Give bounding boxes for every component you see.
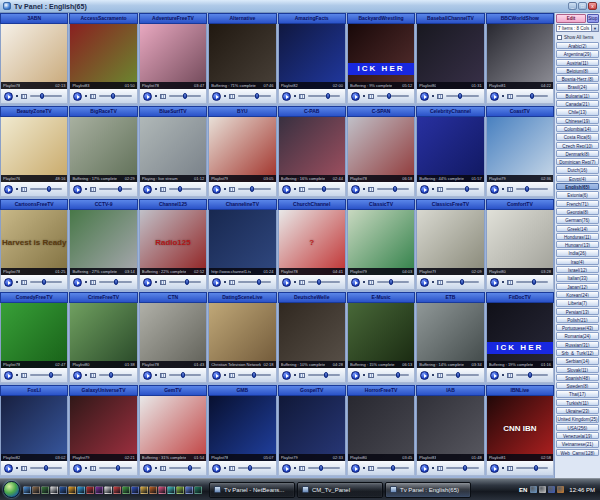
maximize-button[interactable]: □ bbox=[578, 2, 587, 10]
channel-video-thumbnail[interactable]: Buffering : 71% complete 07:46 bbox=[208, 24, 276, 89]
channel-video-thumbnail[interactable]: Buffering : 10% complete 04:28 bbox=[278, 303, 346, 368]
seek-slider-thumb[interactable] bbox=[255, 93, 259, 99]
play-button[interactable] bbox=[4, 371, 13, 380]
sidebar-country-item[interactable]: Egypt(4) bbox=[556, 175, 599, 182]
sidebar-country-item[interactable]: Argentina(29) bbox=[556, 50, 599, 57]
sidebar-country-item[interactable]: Slovak(11) bbox=[556, 366, 599, 373]
tray-status-icon[interactable] bbox=[548, 486, 555, 493]
play-button[interactable] bbox=[73, 371, 82, 380]
chevron-down-icon[interactable]: ▼ bbox=[591, 25, 598, 31]
quick-launch-icon[interactable] bbox=[194, 486, 202, 494]
channel-title[interactable]: BackyardWrestling bbox=[347, 13, 415, 24]
seek-slider-thumb[interactable] bbox=[456, 372, 460, 378]
sidebar-country-item[interactable]: Brasil(24) bbox=[556, 83, 599, 90]
channel-title[interactable]: C-PAB bbox=[278, 106, 346, 117]
play-button[interactable] bbox=[212, 92, 221, 101]
play-button[interactable] bbox=[4, 464, 13, 473]
seek-slider[interactable] bbox=[99, 95, 131, 97]
channel-video-thumbnail[interactable]: Buffering : 44% complete 01:57 bbox=[416, 117, 484, 182]
sidebar-country-item[interactable]: Iraq(4) bbox=[556, 258, 599, 265]
seek-slider-thumb[interactable] bbox=[525, 186, 529, 192]
seek-slider-thumb[interactable] bbox=[534, 465, 538, 471]
play-button[interactable] bbox=[73, 278, 82, 287]
channel-video-thumbnail[interactable]: Playlist80 01:38 bbox=[69, 303, 137, 368]
seek-slider[interactable] bbox=[516, 374, 548, 376]
play-button[interactable] bbox=[282, 464, 291, 473]
sidebar-country-item[interactable]: Bulgaria(11) bbox=[556, 92, 599, 99]
channel-title[interactable]: Channel125 bbox=[139, 199, 207, 210]
seek-slider-thumb[interactable] bbox=[44, 465, 48, 471]
volume-grid-icon[interactable] bbox=[368, 94, 374, 99]
volume-grid-icon[interactable] bbox=[507, 466, 513, 471]
seek-slider[interactable] bbox=[169, 188, 201, 190]
channel-video-thumbnail[interactable]: ? Playlist78 04:41 bbox=[278, 210, 346, 275]
channel-video-thumbnail[interactable]: Harvest is Ready Playlist78 01:25 bbox=[0, 210, 68, 275]
sidebar-country-item[interactable]: Canada(21) bbox=[556, 100, 599, 107]
quick-launch-icon[interactable] bbox=[158, 486, 166, 494]
seek-slider[interactable] bbox=[516, 467, 548, 469]
channel-title[interactable]: GMB bbox=[208, 385, 276, 396]
click-here-banner[interactable]: ICK HER bbox=[348, 63, 414, 75]
seek-slider[interactable] bbox=[308, 95, 340, 97]
play-button[interactable] bbox=[351, 92, 360, 101]
sidebar-country-item[interactable]: Dutch(16) bbox=[556, 166, 599, 173]
sidebar-country-item[interactable]: German(76) bbox=[556, 216, 599, 223]
channel-title[interactable]: ComedyFreeTV bbox=[0, 292, 68, 303]
seek-slider[interactable] bbox=[169, 374, 201, 376]
seek-slider[interactable] bbox=[30, 188, 62, 190]
play-button[interactable] bbox=[212, 464, 221, 473]
seek-slider[interactable] bbox=[516, 95, 548, 97]
channel-title[interactable]: BlueSurfTV bbox=[139, 106, 207, 117]
volume-grid-icon[interactable] bbox=[229, 187, 235, 192]
channel-title[interactable]: DeutscheWelle bbox=[278, 292, 346, 303]
play-button[interactable] bbox=[351, 371, 360, 380]
seek-slider-thumb[interactable] bbox=[387, 93, 391, 99]
volume-grid-icon[interactable] bbox=[368, 280, 374, 285]
channel-title[interactable]: BeautyZoneTV bbox=[0, 106, 68, 117]
seek-slider-thumb[interactable] bbox=[532, 279, 536, 285]
quick-launch-icon[interactable] bbox=[140, 486, 148, 494]
seek-slider[interactable] bbox=[446, 188, 478, 190]
volume-grid-icon[interactable] bbox=[437, 94, 443, 99]
seek-slider-thumb[interactable] bbox=[326, 93, 330, 99]
channel-video-thumbnail[interactable]: Playlist83 01:50 bbox=[69, 24, 137, 89]
channel-title[interactable]: 3ABN bbox=[0, 13, 68, 24]
volume-grid-icon[interactable] bbox=[229, 373, 235, 378]
play-button[interactable] bbox=[73, 92, 82, 101]
channel-video-thumbnail[interactable]: Playlist78 03:47 bbox=[139, 24, 207, 89]
seek-slider-thumb[interactable] bbox=[393, 186, 397, 192]
channel-video-thumbnail[interactable]: Playlist80 03:28 bbox=[486, 210, 554, 275]
sidebar-country-item[interactable]: Korean(24) bbox=[556, 291, 599, 298]
channel-title[interactable]: AccessSacramento bbox=[69, 13, 137, 24]
channel-video-thumbnail[interactable]: Playlist79 02:09 bbox=[416, 210, 484, 275]
play-button[interactable] bbox=[282, 92, 291, 101]
volume-grid-icon[interactable] bbox=[437, 466, 443, 471]
sidebar-country-item[interactable]: Arabic(2) bbox=[556, 42, 599, 49]
taskbar-window-button[interactable]: CM_Tv_Panel bbox=[297, 482, 383, 498]
sidebar-country-item[interactable]: Austria(11) bbox=[556, 59, 599, 66]
sidebar-country-item[interactable]: Costa Rica(6) bbox=[556, 133, 599, 140]
volume-grid-icon[interactable] bbox=[229, 94, 235, 99]
seek-slider-thumb[interactable] bbox=[463, 465, 467, 471]
sidebar-country-item[interactable]: Bosnia-Herz.(8) bbox=[556, 75, 599, 82]
play-button[interactable] bbox=[351, 278, 360, 287]
channel-title[interactable]: ComfortTV bbox=[486, 199, 554, 210]
channel-video-thumbnail[interactable]: Playlist79 02:21 bbox=[69, 396, 137, 461]
seek-slider[interactable] bbox=[169, 281, 201, 283]
volume-grid-icon[interactable] bbox=[90, 94, 96, 99]
play-button[interactable] bbox=[351, 185, 360, 194]
seek-slider[interactable] bbox=[377, 467, 409, 469]
sidebar-country-item[interactable]: India(26) bbox=[556, 249, 599, 256]
sidebar-country-item[interactable]: Georgia(8) bbox=[556, 208, 599, 215]
channel-video-thumbnail[interactable]: Playlist76 48:16 bbox=[0, 117, 68, 182]
taskbar-window-button[interactable]: Tv Panel - NetBeans... bbox=[209, 482, 295, 498]
seek-slider[interactable] bbox=[169, 467, 201, 469]
channel-title[interactable]: IAB bbox=[416, 385, 484, 396]
sidebar-country-item[interactable]: Israel(12) bbox=[556, 266, 599, 273]
sidebar-country-item[interactable]: Denmark(8) bbox=[556, 150, 599, 157]
channel-title[interactable]: ClassicsFreeTV bbox=[416, 199, 484, 210]
volume-grid-icon[interactable] bbox=[507, 373, 513, 378]
taskbar-window-button[interactable]: Tv Panel : English(65) bbox=[385, 482, 471, 498]
play-button[interactable] bbox=[282, 185, 291, 194]
seek-slider-thumb[interactable] bbox=[530, 93, 534, 99]
